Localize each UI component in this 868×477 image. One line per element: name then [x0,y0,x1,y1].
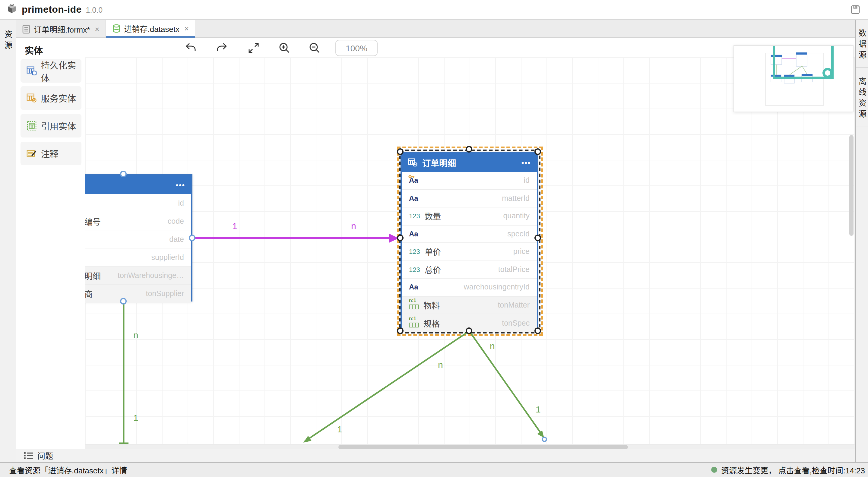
field-label: 明细 [85,269,101,281]
rail-tab-offline-resources[interactable]: 离线资源 [856,67,868,127]
entity-header[interactable]: ••• [85,176,191,194]
palette-item-label: 注释 [41,147,59,160]
diagram-canvas[interactable]: 1 n n 1 n 1 n 1 ••• id 编号 code date supp… [85,57,855,449]
minimap[interactable] [734,45,854,112]
app-title: primeton-ide [22,4,82,15]
relation-label-green-mid-n: n [438,359,443,370]
type-number-icon: 123 [409,213,420,220]
field-label: 数量 [425,210,441,222]
relation-n1-icon: n:1 [409,300,419,310]
vertical-scrollbar-thumb[interactable] [849,135,854,236]
connection-handle[interactable] [542,437,547,442]
resize-handle[interactable] [534,148,541,155]
minimap-viewport-handle [824,69,832,77]
zoom-out-icon[interactable] [308,42,321,54]
entity-header[interactable]: 订单明细 ••• [402,153,537,172]
type-string-icon: Aa [409,230,418,238]
persistent-entity-icon [408,158,417,167]
field-row[interactable]: 123 单价 price [402,243,537,261]
undo-icon[interactable] [184,42,197,54]
app-logo-icon [7,3,17,16]
database-icon [112,24,121,33]
relation-label-purple-1: 1 [232,221,237,231]
entity-menu-icon[interactable]: ••• [176,181,185,189]
rail-tab-resources[interactable]: 资源 [0,20,16,57]
connection-handle[interactable] [189,234,195,241]
palette-item-comment[interactable]: 注释 [21,142,82,165]
entity-title: 订单明细 [422,157,456,168]
field-name: warehousingentryId [464,283,530,292]
zoom-in-icon[interactable] [277,42,291,54]
left-rail: 资源 [0,20,16,462]
field-name: totalPrice [498,265,530,274]
connection-handle[interactable] [397,234,404,241]
status-message-left: 查看资源「进销存.datasetx」详情 [9,464,127,476]
relation-label-green-mid-1: 1 [337,424,342,434]
reference-entity-icon [27,121,37,131]
resize-handle[interactable] [466,146,472,153]
status-message-right[interactable]: 资源发生变更， 点击查看,检查时间:14:23 [711,464,865,476]
field-name: matterId [502,194,530,202]
palette-item-label: 持久化实体 [41,58,82,84]
rail-tab-resources-label: 资源 [2,20,13,57]
field-row[interactable]: date [85,230,191,249]
fit-screen-icon[interactable] [247,42,260,54]
field-label: 总价 [425,263,441,276]
type-number-icon: 123 [409,248,420,255]
problems-label: 问题 [37,450,53,461]
palette-item-reference-entity[interactable]: 引用实体 [21,114,82,137]
field-row[interactable]: 编号 code [85,212,191,230]
field-row[interactable]: Aa id [402,172,537,190]
save-icon[interactable] [850,5,860,17]
entity-left-clipped[interactable]: ••• id 编号 code date supplierId 明细 tonWar… [85,174,192,301]
tab-close-icon[interactable]: × [95,25,99,33]
field-row[interactable]: 商 tonSupplier [85,285,191,303]
relation-label-green-right-n: n [490,341,495,351]
field-row[interactable]: 123 总价 totalPrice [402,261,537,279]
connection-handle[interactable] [120,171,127,177]
tab-jinxiaocun-datasetx[interactable]: 进销存.datasetx × [106,20,195,38]
tab-label: 订单明细.formx* [34,23,90,35]
title-bar: primeton-ide 1.0.0 [0,0,868,20]
app-version: 1.0.0 [86,6,103,14]
field-row[interactable]: supplierId [85,249,191,266]
entity-menu-icon[interactable]: ••• [522,158,531,167]
zoom-level-value: 100% [346,43,367,53]
field-row[interactable]: id [85,194,191,212]
field-name: supplierId [151,253,184,261]
field-row[interactable]: Aa warehousingentryId [402,279,537,296]
field-row[interactable]: Aa specId [402,225,537,243]
horizontal-scrollbar[interactable] [85,444,855,449]
problems-bar[interactable]: 问题 [16,449,855,462]
form-icon [22,25,30,33]
resize-handle[interactable] [397,148,404,155]
resize-handle[interactable] [466,327,472,334]
field-label: 商 [85,288,93,300]
rail-tab-datasource[interactable]: 数据源 [856,20,868,67]
connection-handle[interactable] [120,298,127,305]
zoom-level-field[interactable]: 100% [335,40,378,56]
horizontal-scrollbar-thumb[interactable] [338,445,628,449]
tab-close-icon[interactable]: × [184,24,189,33]
field-row[interactable]: n:1 物料 tonMatter [402,296,537,314]
palette-item-persistent-entity[interactable]: 持久化实体 [21,59,82,83]
entity-order-detail[interactable]: 订单明细 ••• Aa id Aa matterId [401,152,538,331]
field-label: 单价 [425,246,441,258]
field-name: tonSupplier [146,289,184,298]
relation-n1-icon: n:1 [409,319,419,328]
field-row[interactable]: 123 数量 quantity [402,208,537,225]
resize-handle[interactable] [534,327,541,334]
field-row[interactable]: Aa matterId [402,190,537,208]
field-name: tonMatter [498,301,530,309]
tab-order-detail-formx[interactable]: 订单明细.formx* × [16,20,106,38]
resize-handle[interactable] [397,327,404,334]
palette-item-label: 引用实体 [41,119,76,132]
redo-icon[interactable] [215,42,228,54]
field-row[interactable]: 明细 tonWarehousinge… [85,266,191,285]
connection-handle[interactable] [534,234,541,241]
palette-item-service-entity[interactable]: 服务实体 [21,86,82,110]
type-string-icon: Aa [409,194,418,202]
tab-label: 进销存.datasetx [124,23,180,34]
field-name: tonWarehousinge… [118,271,184,280]
editor-tab-bar: 订单明细.formx* × 进销存.datasetx × [16,20,855,38]
